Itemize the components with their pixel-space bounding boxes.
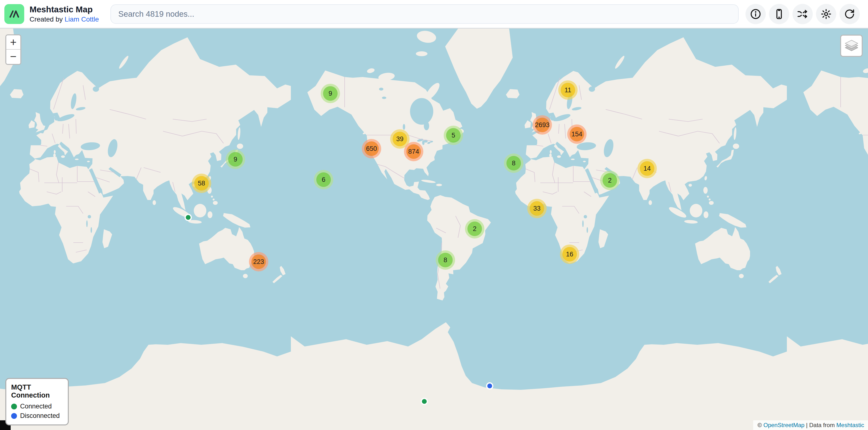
world-map [0,29,868,430]
legend-label: Connected [20,403,52,410]
title-block: Meshtastic Map Created by Liam Cottle [30,5,99,23]
openstreetmap-link[interactable]: OpenStreetMap [764,422,804,428]
cluster-marker[interactable]: 223 [249,252,268,271]
refresh-button[interactable] [839,4,860,24]
cluster-marker[interactable]: 2693 [533,115,552,135]
legend-title: MQTT Connection [11,383,63,399]
legend-item: Connected [11,403,63,410]
node-dot-connected[interactable] [421,398,428,405]
device-button[interactable] [769,4,789,24]
attribution: © OpenStreetMap | Data from Meshtastic [753,420,868,430]
legend-label: Disconnected [20,412,60,420]
meshtastic-link[interactable]: Meshtastic [836,422,864,428]
page-title: Meshtastic Map [30,5,99,14]
legend-dot-icon [11,413,17,419]
liam-cottle-link[interactable]: Liam Cottle [65,15,99,23]
settings-button[interactable] [816,4,836,24]
legend-rows: ConnectedDisconnected [11,403,63,420]
cluster-marker[interactable]: 2 [465,219,485,238]
cluster-marker[interactable]: 33 [527,199,547,218]
cluster-marker[interactable]: 5 [444,126,463,145]
node-dot-connected[interactable] [185,214,192,221]
smartphone-icon [773,8,785,20]
info-icon [750,8,762,20]
cluster-marker[interactable]: 874 [404,142,423,161]
toolbar-buttons [745,4,860,24]
cluster-marker[interactable]: 650 [362,139,381,158]
info-button[interactable] [745,4,766,24]
shuffle-icon [797,8,808,20]
mqtt-legend: MQTT Connection ConnectedDisconnected [5,378,69,425]
meshtastic-logo-icon [4,4,24,24]
refresh-icon [844,8,856,20]
cluster-marker[interactable]: 9 [226,150,245,169]
cluster-marker[interactable]: 2 [600,171,620,190]
legend-item: Disconnected [11,412,63,420]
copyright-text: © [757,422,764,428]
search-input[interactable] [111,4,739,24]
zoom-in-button[interactable]: + [6,35,20,49]
created-by-prefix: Created by [30,15,65,23]
node-dot-disconnected[interactable] [486,382,493,390]
zoom-control: + − [5,34,21,65]
zoom-out-button[interactable]: − [6,49,20,64]
legend-dot-icon [11,404,17,409]
layers-icon [844,39,859,53]
cluster-marker[interactable]: 14 [638,159,657,178]
attribution-middle: | Data from [805,422,837,428]
map[interactable]: 911269315465039874595868214332168223 + −… [0,29,868,430]
cluster-marker[interactable]: 8 [504,154,523,173]
cluster-marker[interactable]: 154 [567,125,587,144]
top-bar: Meshtastic Map Created by Liam Cottle [0,0,868,29]
shuffle-button[interactable] [793,4,813,24]
cluster-marker[interactable]: 8 [436,250,455,270]
gear-icon [820,8,832,20]
layers-control[interactable] [840,35,863,57]
cluster-marker[interactable]: 9 [321,84,340,103]
cluster-marker[interactable]: 58 [192,174,211,193]
cluster-marker[interactable]: 11 [558,80,578,100]
created-by: Created by Liam Cottle [30,15,99,23]
cluster-marker[interactable]: 6 [314,170,333,189]
cluster-marker[interactable]: 16 [560,244,579,264]
